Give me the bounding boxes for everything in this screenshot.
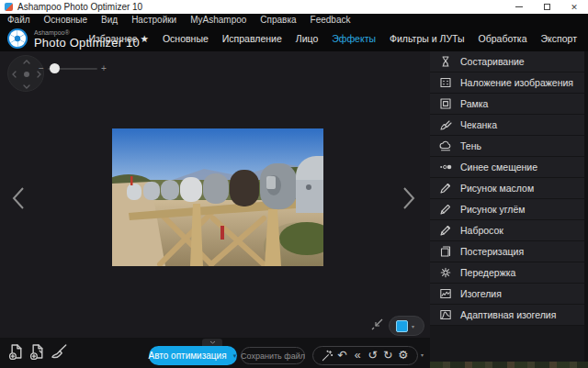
effect-label: Рисунок маслом [460,183,534,194]
tab-filters-luts[interactable]: Фильтры и ЛУТы [390,33,465,44]
menu-item-basic[interactable]: Основные [44,14,87,26]
zoom-slider-knob[interactable] [50,63,60,73]
effect-item-sketch[interactable]: Набросок [430,220,588,241]
sketch-icon [438,224,452,238]
effect-label: Тень [460,140,481,151]
magic-wand-icon [322,350,334,362]
menu-bar: ФайлОсновныеВидНастройкиMyAshampooСправк… [0,14,588,26]
tab-correction[interactable]: Исправление [222,33,282,44]
overexposure-icon [438,266,452,280]
app-icon [5,3,13,11]
window-controls: ✕ [505,0,588,14]
minimize-button[interactable] [505,0,533,14]
effect-item-shadow[interactable]: Тень [430,136,588,157]
effect-item-emboss[interactable]: Чеканка [430,115,588,136]
collapse-toolbar-handle[interactable] [202,339,222,346]
chevron-down-icon [209,340,216,344]
menu-item-view[interactable]: Вид [101,14,118,26]
close-icon: ✕ [571,3,578,12]
tab-processing[interactable]: Обработка [479,33,527,44]
header-bar: Ashampoo® Photo Optimizer 10 Избранное ★… [0,26,588,51]
app-window: Ashampoo Photo Optimizer 10 ✕ ФайлОсновн… [0,0,588,368]
effect-item-overexposure[interactable]: Передержка [430,262,588,284]
overexposure-icon [439,266,452,279]
effect-item-isohelia[interactable]: Изогелия [430,284,588,305]
effect-item-blue-shift[interactable]: Синее смещение [430,157,588,178]
sketch-icon [439,224,452,237]
effect-label: Набросок [460,225,503,236]
image-overlay-icon [439,76,452,89]
close-button[interactable]: ✕ [560,0,588,14]
tools-group: ↶«↺↻⚙ [312,346,418,365]
tab-effects[interactable]: Эффекты [332,33,376,44]
tab-basic[interactable]: Основные [163,33,209,44]
effect-item-aging[interactable]: Состаривание [430,51,588,72]
maximize-icon [544,4,550,10]
undo-all-icon[interactable]: « [351,348,365,364]
effect-label: Передержка [460,267,515,278]
rotate-left-icon[interactable]: ↺ [366,348,379,364]
pan-arrows-icon [8,56,45,93]
blue-shift-icon [438,161,452,174]
menu-item-settings[interactable]: Настройки [131,14,176,26]
effect-item-frame[interactable]: Рамка [430,94,588,115]
effect-item-posterization[interactable]: Постеризация [430,241,588,262]
effect-label: Изогелия [460,288,502,299]
zoom-in-button[interactable]: + [101,63,107,73]
oil-paint-icon [439,182,452,195]
effect-item-adaptive-isohelia[interactable]: Адаптивная изогелия [430,305,588,326]
filmstrip-thumbnail[interactable] [430,362,588,368]
tools-more-caret[interactable]: ▾ [421,351,424,358]
emboss-icon [439,118,452,131]
image-overlay-icon [438,76,452,90]
fit-to-screen-icon[interactable] [370,318,384,331]
minimize-icon [515,6,523,7]
effect-label: Рамка [460,98,488,109]
emboss-icon [438,118,452,132]
undo-icon[interactable]: ↶ [335,348,349,364]
aging-icon [439,55,452,68]
compare-view-toggle[interactable]: ▾ [389,316,424,336]
auto-optimize-label: Авто оптимизация [149,351,227,361]
photo [112,128,323,266]
effect-label: Рисунок углём [460,204,526,215]
menu-item-help[interactable]: Справка [260,14,296,26]
clean-button[interactable] [51,343,68,361]
aperture-logo-icon [6,28,28,50]
clean-broom-icon [51,343,67,360]
rotate-right-icon[interactable]: ↻ [381,348,395,364]
previous-photo-button[interactable] [11,186,26,210]
isohelia-icon [439,287,452,300]
left-column: − + [0,51,430,368]
tab-face[interactable]: Лицо [296,33,319,44]
effect-label: Наложение изображения [460,77,573,88]
oil-paint-icon [438,182,452,195]
maximize-button[interactable] [533,0,560,14]
shadow-icon [438,139,452,153]
window-title: Ashampoo Photo Optimizer 10 [17,0,142,14]
pan-control[interactable] [7,55,44,92]
add-files-button[interactable] [28,343,46,361]
scrollbar[interactable] [584,51,588,362]
frame-icon [439,97,452,110]
auto-optimize-button[interactable]: Авто оптимизация ▼ [149,346,237,365]
menu-item-myashampoo[interactable]: MyAshampoo [190,14,246,26]
menu-item-file[interactable]: Файл [7,14,30,26]
effect-label: Чеканка [460,119,497,130]
effects-list: СостариваниеНаложение изображенияРамкаЧе… [430,51,588,326]
aging-icon [438,55,452,69]
next-photo-button[interactable] [401,186,416,210]
save-file-button[interactable]: Сохранить файл [241,347,305,364]
effect-item-oil-painting[interactable]: Рисунок маслом [430,178,588,199]
save-file-label: Сохранить файл [241,351,305,361]
effect-item-image-overlay[interactable]: Наложение изображения [430,72,588,94]
effect-item-charcoal-drawing[interactable]: Рисунок углём [430,199,588,220]
magic-wand-icon[interactable] [321,348,334,364]
menu-item-feedback[interactable]: Feedback [311,14,351,26]
effects-panel: СостариваниеНаложение изображенияРамкаЧе… [430,51,588,368]
tab-export[interactable]: Экспорт [541,33,577,44]
add-file-button[interactable] [7,343,25,361]
zoom-out-button[interactable]: − [39,63,44,73]
settings-gear-icon[interactable]: ⚙ [396,348,410,364]
tab-favorites[interactable]: Избранное ★ [88,33,149,44]
